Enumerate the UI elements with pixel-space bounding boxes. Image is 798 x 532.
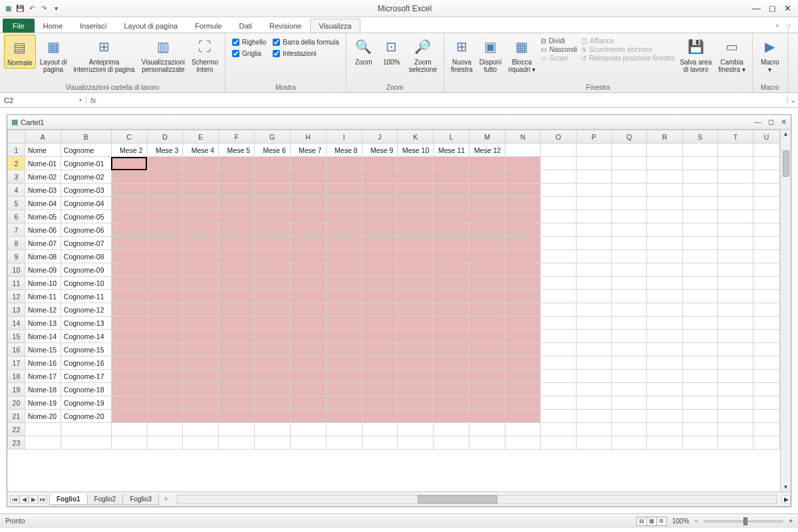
cell-C15[interactable] [111,330,147,343]
cell-T7[interactable] [718,223,753,237]
cell-F20[interactable] [219,396,255,410]
cell-C2[interactable] [111,157,147,170]
cell-B13[interactable]: Cognome-12 [61,303,111,317]
cell-A11[interactable]: Nome-10 [25,277,61,290]
cell-O19[interactable] [541,383,576,396]
cell-B8[interactable]: Cognome-07 [61,237,111,250]
cell-U23[interactable] [753,436,780,450]
cell-T10[interactable] [718,263,753,277]
cell-Q22[interactable] [612,423,647,436]
cell-R1[interactable] [647,144,682,157]
cell-S4[interactable] [682,184,718,197]
cell-R8[interactable] [647,237,682,250]
cell-E20[interactable] [183,396,219,410]
cell-S12[interactable] [682,290,718,303]
col-header-P[interactable]: P [576,130,611,144]
cell-F22[interactable] [219,423,255,436]
cell-E8[interactable] [183,237,219,250]
cell-G10[interactable] [255,263,291,277]
cell-M1[interactable]: Mese 12 [469,144,505,157]
col-header-U[interactable]: U [753,130,780,144]
cell-U12[interactable] [753,290,780,303]
cell-R13[interactable] [647,303,682,317]
cell-L3[interactable] [434,170,469,184]
cell-N19[interactable] [505,383,541,396]
cell-I7[interactable] [326,223,362,237]
cell-L5[interactable] [434,197,469,210]
cell-P5[interactable] [576,197,611,210]
save-icon[interactable]: 💾 [15,3,25,14]
cell-C10[interactable] [111,263,147,277]
tab-formule[interactable]: Formule [186,19,230,33]
cell-E17[interactable] [183,356,219,370]
cell-R7[interactable] [647,223,682,237]
cell-B1[interactable]: Cognome [61,144,111,157]
cell-G5[interactable] [255,197,291,210]
cell-U17[interactable] [753,356,780,370]
cell-N7[interactable] [505,223,541,237]
col-header-A[interactable]: A [25,130,61,144]
sheet-nav-last[interactable]: ⏭ [38,495,47,503]
cell-L15[interactable] [434,330,469,343]
cell-P7[interactable] [576,223,611,237]
cell-K16[interactable] [398,343,434,356]
row-header-17[interactable]: 17 [8,356,25,370]
cell-L2[interactable] [434,157,469,170]
row-header-21[interactable]: 21 [8,410,25,423]
cell-K4[interactable] [398,184,434,197]
cell-O7[interactable] [541,223,576,237]
arrange-all-button[interactable]: ▣Disponi tutto [477,35,504,74]
row-header-4[interactable]: 4 [8,184,25,197]
cell-L16[interactable] [434,343,469,356]
cell-K18[interactable] [398,370,434,383]
cell-B20[interactable]: Cognome-19 [61,396,111,410]
col-header-M[interactable]: M [469,130,505,144]
cell-P3[interactable] [576,170,611,184]
cell-J16[interactable] [362,343,398,356]
cell-D2[interactable] [147,157,183,170]
cell-M15[interactable] [469,330,505,343]
cell-Q19[interactable] [612,383,647,396]
cell-D11[interactable] [147,277,183,290]
cell-S14[interactable] [682,317,718,330]
row-header-10[interactable]: 10 [8,263,25,277]
cell-B7[interactable]: Cognome-06 [61,223,111,237]
cell-E1[interactable]: Mese 4 [183,144,219,157]
cell-T18[interactable] [718,370,753,383]
sync-scroll-button[interactable]: ⇅Scorrimento sincrono [581,46,674,53]
cell-G22[interactable] [255,423,291,436]
chk-intestazioni[interactable]: Intestazioni [273,50,338,57]
cell-A6[interactable]: Nome-05 [25,210,61,223]
row-header-8[interactable]: 8 [8,237,25,250]
view-schermo-button[interactable]: ⛶Schermo intero [189,35,221,74]
cell-P16[interactable] [576,343,611,356]
cell-T16[interactable] [718,343,753,356]
cell-J12[interactable] [362,290,398,303]
cell-M17[interactable] [469,356,505,370]
cell-Q5[interactable] [612,197,647,210]
cell-N22[interactable] [505,423,541,436]
zoom-selection-button[interactable]: 🔎Zoom selezione [406,35,440,74]
cell-B22[interactable] [61,423,111,436]
cell-L18[interactable] [434,370,469,383]
cell-B17[interactable]: Cognome-16 [61,356,111,370]
cell-J2[interactable] [362,157,398,170]
cell-E19[interactable] [183,383,219,396]
cell-K11[interactable] [398,277,434,290]
cell-L13[interactable] [434,303,469,317]
row-header-20[interactable]: 20 [8,396,25,410]
zoom-level[interactable]: 100% [672,517,690,525]
sheet-tab-foglio2[interactable]: Foglio2 [87,494,124,505]
cell-E4[interactable] [183,184,219,197]
row-header-15[interactable]: 15 [8,330,25,343]
cell-J1[interactable]: Mese 9 [362,144,398,157]
cell-O16[interactable] [541,343,576,356]
cell-R14[interactable] [647,317,682,330]
view-normale-button[interactable]: ▤Normale [4,35,36,68]
cell-J9[interactable] [362,250,398,263]
cell-K13[interactable] [398,303,434,317]
cell-B18[interactable]: Cognome-17 [61,370,111,383]
cell-M3[interactable] [469,170,505,184]
cell-H4[interactable] [290,184,326,197]
cell-Q7[interactable] [612,223,647,237]
